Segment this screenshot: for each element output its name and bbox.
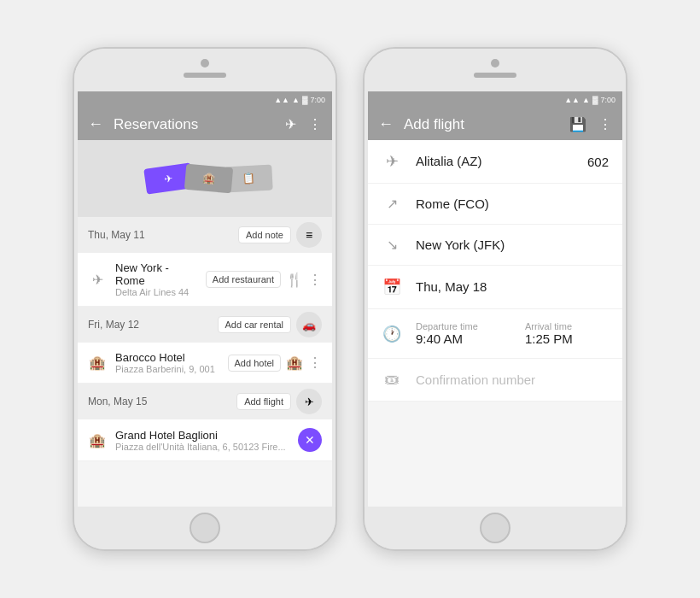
battery-icon-left: ▓ (302, 96, 308, 104)
date-content: Thu, May 18 (416, 279, 609, 295)
hotel-title-barocco: Barocco Hotel (115, 351, 219, 364)
speaker-left (184, 73, 226, 78)
departure-time-item: Departure time 9:40 AM (416, 321, 499, 346)
airline-content: Alitalia (AZ) (416, 154, 574, 169)
status-icons-left: ▲▲ ▲ ▓ 7:00 (274, 96, 325, 104)
departure-city-row[interactable]: ↗ Rome (FCO) (368, 184, 622, 225)
flight-icon-btn[interactable]: ✈ (296, 389, 322, 414)
more-icon-right[interactable]: ⋮ (598, 116, 612, 132)
save-icon-right[interactable]: 💾 (569, 116, 586, 132)
form-content-right: ✈ Alitalia (AZ) 602 ↗ Rome (FCO) ↘ (368, 140, 622, 507)
arrival-time-item: Arrival time 1:25 PM (525, 321, 609, 346)
ticket-icon: 🎟 (382, 371, 402, 389)
section-mon-may-15: Mon, May 15 Add flight ✈ (78, 384, 332, 419)
left-phone: ▲▲ ▲ ▓ 7:00 ← Reservations ✈ ⋮ (73, 47, 337, 551)
flight-title: New York - Rome (115, 261, 197, 287)
speaker-right (474, 73, 516, 78)
flight-item: ✈ New York - Rome Delta Air Lines 44 Add… (78, 253, 332, 307)
airline-value: Alitalia (AZ) (416, 154, 482, 168)
land-icon: ↘ (382, 237, 402, 253)
right-phone: ▲▲ ▲ ▓ 7:00 ← Add flight 💾 ⋮ ✈ (363, 47, 627, 551)
camera-left (201, 59, 209, 67)
hotel-actions-grand: ✕ (298, 428, 322, 452)
signal-icon-right: ▲▲ (564, 96, 580, 104)
hotel-title-grand: Grand Hotel Baglioni (115, 429, 289, 442)
confirmation-row[interactable]: 🎟 Confirmation number (368, 359, 622, 402)
back-button-right[interactable]: ← (378, 115, 394, 133)
flight-more-icon[interactable]: ⋮ (308, 272, 322, 288)
departure-city-value: Rome (FCO) (416, 196, 489, 211)
status-bar-left: ▲▲ ▲ ▓ 7:00 (78, 91, 332, 108)
flight-actions: Add restaurant 🍴 ⋮ (206, 271, 322, 288)
page-title-right: Add flight (404, 116, 559, 133)
hotel-more-icon[interactable]: ⋮ (308, 355, 322, 371)
phone-top-left (74, 49, 335, 91)
phone-bottom-right (365, 507, 626, 549)
departure-city-content: Rome (FCO) (416, 196, 609, 212)
hotel-item-grand: 🏨 Grand Hotel Baglioni Piazza dell'Unità… (78, 419, 332, 461)
airline-row[interactable]: ✈ Alitalia (AZ) 602 (368, 140, 622, 184)
hotel-subtitle-barocco: Piazza Barberini, 9, 001 (115, 364, 219, 374)
page-title-left: Reservations (114, 116, 275, 133)
add-flight-label: Add flight (244, 396, 283, 407)
add-rental-button[interactable]: Add car rental (218, 316, 291, 333)
hotel-icon-grand: 🏨 (88, 432, 107, 448)
section-date-1: Thu, May 11 (88, 229, 145, 241)
add-flight-button[interactable]: Add flight (236, 393, 291, 410)
flight-number: 602 (587, 155, 609, 169)
hotel-text-grand: Grand Hotel Baglioni Piazza dell'Unità I… (115, 429, 289, 452)
ticket-2: 🏨 (184, 164, 232, 194)
signal-icon-left: ▲▲ (274, 96, 289, 104)
wifi-icon-right: ▲ (582, 96, 590, 104)
restaurant-icon: 🍴 (286, 272, 303, 288)
date-row[interactable]: 📅 Thu, May 18 (368, 266, 622, 309)
car-icon-btn[interactable]: 🚗 (296, 312, 322, 337)
hotel-icon-barocco: 🏨 (88, 355, 107, 371)
arrival-city-row[interactable]: ↘ New York (JFK) (368, 225, 622, 266)
arrival-time-value: 1:25 PM (525, 331, 609, 346)
times-row[interactable]: 🕐 Departure time 9:40 AM Arrival time 1:… (368, 309, 622, 359)
departure-time-label: Departure time (416, 321, 499, 331)
add-rental-label: Add car rental (225, 320, 283, 330)
flight-subtitle: Delta Air Lines 44 (115, 287, 197, 297)
add-hotel-button[interactable]: Add hotel (228, 355, 281, 372)
home-button-left[interactable] (190, 513, 220, 543)
add-restaurant-button[interactable]: Add restaurant (206, 271, 281, 288)
hotel-subtitle-grand: Piazza dell'Unità Italiana, 6, 50123 Fir… (115, 442, 289, 452)
toolbar-icons-right: 💾 ⋮ (569, 116, 612, 132)
takeoff-icon: ↗ (382, 196, 402, 212)
section-thu-may-11: Thu, May 11 Add note ≡ (78, 217, 332, 253)
add-note-button[interactable]: Add note (238, 226, 291, 243)
time-right: 7:00 (600, 96, 615, 104)
delete-button-grand[interactable]: ✕ (298, 428, 322, 452)
section-date-2: Fri, May 12 (88, 319, 139, 331)
screen-content-left: ✈ 🏨 📋 Thu, May 11 Add note ≡ (78, 140, 332, 507)
section-date-3: Mon, May 15 (88, 396, 147, 407)
status-icons-right: ▲▲ ▲ ▓ 7:00 (564, 96, 615, 104)
calendar-icon: 📅 (382, 278, 402, 296)
send-icon-left[interactable]: ✈ (285, 116, 296, 132)
flight-text: New York - Rome Delta Air Lines 44 (115, 261, 197, 297)
left-screen: ▲▲ ▲ ▓ 7:00 ← Reservations ✈ ⋮ (78, 91, 332, 507)
airline-icon: ✈ (382, 152, 402, 171)
flight-icon: ✈ (88, 272, 107, 288)
date-value: Thu, May 18 (416, 279, 487, 294)
arrival-city-value: New York (JFK) (416, 237, 505, 252)
arrival-time-label: Arrival time (525, 321, 609, 331)
hotel-item-barocco: 🏨 Barocco Hotel Piazza Barberini, 9, 001… (78, 343, 332, 384)
status-bar-right: ▲▲ ▲ ▓ 7:00 (368, 91, 622, 108)
hotel-actions-barocco: Add hotel 🏨 ⋮ (228, 355, 322, 372)
toolbar-icons-left: ✈ ⋮ (285, 116, 322, 132)
back-button-left[interactable]: ← (88, 115, 103, 133)
home-button-right[interactable] (480, 513, 510, 543)
confirmation-placeholder: Confirmation number (416, 372, 535, 387)
clock-icon: 🕐 (382, 325, 402, 343)
add-note-label: Add note (246, 230, 283, 240)
more-icon-left[interactable]: ⋮ (308, 116, 322, 132)
departure-time-value: 9:40 AM (416, 331, 499, 346)
time-left: 7:00 (310, 96, 325, 104)
times-content: Departure time 9:40 AM Arrival time 1:25… (416, 321, 609, 346)
note-icon-btn[interactable]: ≡ (296, 222, 322, 248)
times-pair: Departure time 9:40 AM Arrival time 1:25… (416, 321, 609, 346)
hotel-text-barocco: Barocco Hotel Piazza Barberini, 9, 001 (115, 351, 219, 374)
